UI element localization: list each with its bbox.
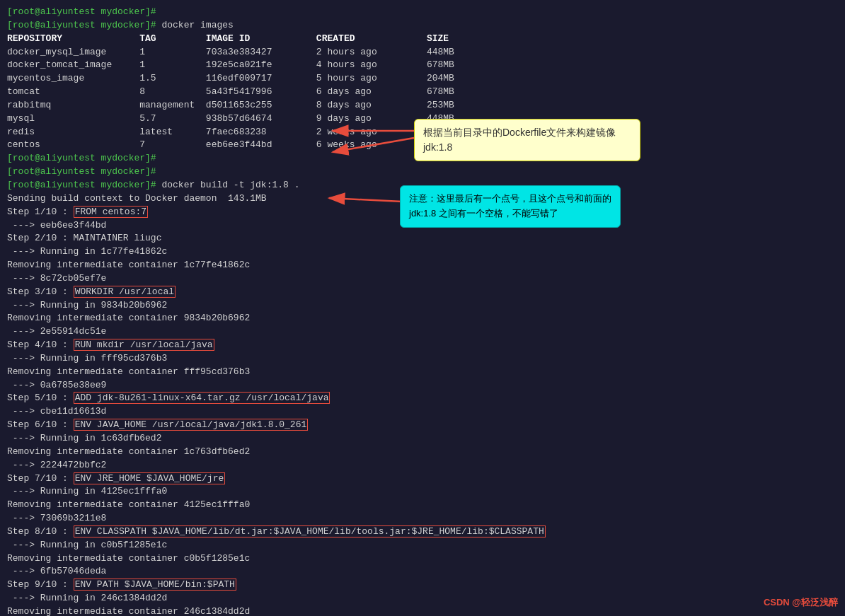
terminal-line: Step 3/10 : WORKDIR /usr/local: [7, 286, 838, 299]
terminal-line: [root@aliyuntest mydocker]#: [7, 165, 838, 179]
terminal-line: [root@aliyuntest mydocker]#: [7, 6, 838, 19]
terminal-line: Removing intermediate container 4125ec1f…: [7, 499, 838, 512]
terminal-line: Step 4/10 : RUN mkdir /usr/local/java: [7, 339, 838, 352]
terminal-line: Step 6/10 : ENV JAVA_HOME /usr/local/jav…: [7, 419, 838, 432]
terminal-line: ---> 2224472bbfc2: [7, 459, 838, 472]
terminal-line: ---> Running in fff95cd376b3: [7, 352, 838, 366]
terminal-line: ---> Running in 4125ec1fffa0: [7, 485, 838, 499]
terminal-line: Step 9/10 : ENV PATH $JAVA_HOME/bin:$PAT…: [7, 579, 838, 592]
terminal-line: ---> Running in 9834b20b6962: [7, 299, 838, 313]
terminal-line: Removing intermediate container fff95cd3…: [7, 366, 838, 379]
terminal-line: Step 5/10 : ADD jdk-8u261-linux-x64.tar.…: [7, 392, 838, 405]
terminal-line: ---> 2e55914dc51e: [7, 325, 838, 339]
terminal-line: Removing intermediate container 246c1384…: [7, 605, 838, 616]
tooltip-yellow: 根据当前目录中的Dockerfile文件来构建镜像 jdk:1.8: [414, 119, 640, 161]
terminal-line: Step 2/10 : MAINTAINER liugc: [7, 232, 838, 245]
terminal-line: tomcat 8 5a43f5417996 6 days ago 678MB: [7, 86, 838, 99]
terminal-line: rabbitmq management d5011653c255 8 days …: [7, 99, 838, 112]
terminal-line: ---> 0a6785e38ee9: [7, 379, 838, 393]
terminal-line: [root@aliyuntest mydocker]# docker image…: [7, 19, 838, 33]
terminal-line: ---> Running in 246c1384dd2d: [7, 592, 838, 605]
terminal-line: Removing intermediate container 1c763dfb…: [7, 446, 838, 459]
terminal-line: ---> Running in c0b5f1285e1c: [7, 539, 838, 552]
terminal: [root@aliyuntest mydocker]#[root@aliyunt…: [0, 0, 845, 616]
terminal-line: ---> 8c72cb05ef7e: [7, 272, 838, 286]
terminal-line: docker_tomcat_image 1 192e5ca021fe 4 hou…: [7, 59, 838, 72]
terminal-line: ---> 6fb57046deda: [7, 565, 838, 579]
terminal-line: ---> Running in 1c77fe41862c: [7, 245, 838, 259]
terminal-line: Step 8/10 : ENV CLASSPATH $JAVA_HOME/lib…: [7, 525, 838, 539]
tooltip-cyan-text: 注意：这里最后有一个点号，且这个点号和前面的 jdk:1.8 之间有一个空格，不…: [409, 193, 611, 219]
terminal-line: mycentos_image 1.5 116edf009717 5 hours …: [7, 72, 838, 86]
csdn-watermark: CSDN @轻泛浅醉: [764, 596, 838, 609]
terminal-line: ---> cbe11d16613d: [7, 405, 838, 419]
terminal-line: Removing intermediate container c0b5f128…: [7, 552, 838, 566]
terminal-line: ---> 73069b3211e8: [7, 512, 838, 525]
tooltip-cyan: 注意：这里最后有一个点号，且这个点号和前面的 jdk:1.8 之间有一个空格，不…: [400, 185, 621, 228]
terminal-line: docker_mysql_image 1 703a3e383427 2 hour…: [7, 46, 838, 59]
terminal-line: Step 7/10 : ENV JRE_HOME $JAVA_HOME/jre: [7, 472, 838, 486]
terminal-line: REPOSITORY TAG IMAGE ID CREATED SIZE: [7, 33, 838, 46]
terminal-line: Removing intermediate container 1c77fe41…: [7, 259, 838, 272]
terminal-line: Removing intermediate container 9834b20b…: [7, 312, 838, 325]
terminal-line: ---> Running in 1c63dfb6ed2: [7, 432, 838, 446]
